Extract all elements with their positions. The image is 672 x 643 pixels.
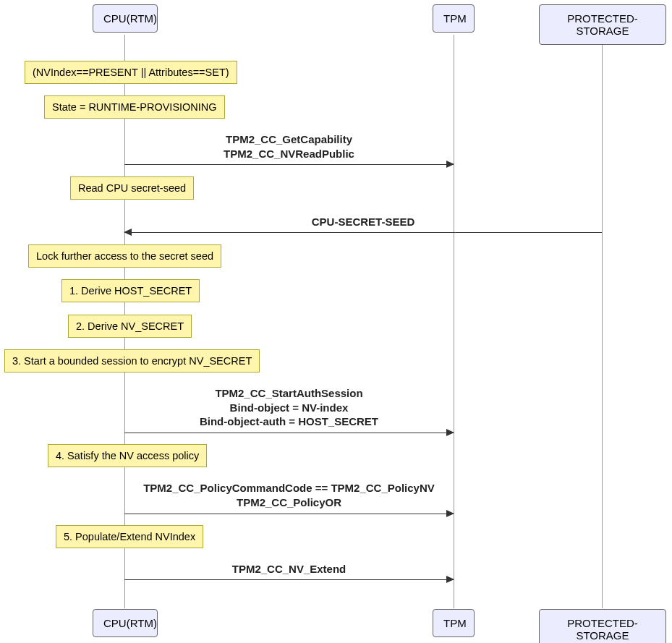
note-nvindex-check: (NVIndex==PRESENT || Attributes==SET) <box>25 61 237 84</box>
message-nv-extend: TPM2_CC_NV_Extend <box>124 562 454 576</box>
note-start-session: 3. Start a bounded session to encrypt NV… <box>4 349 260 372</box>
note-derive-nv: 2. Derive NV_SECRET <box>68 315 192 338</box>
arrow-cpu-to-tpm-3 <box>124 514 454 514</box>
message-secret-seed: CPU-SECRET-SEED <box>124 215 602 229</box>
message-get-capability: TPM2_CC_GetCapability TPM2_CC_NVReadPubl… <box>124 132 454 161</box>
arrow-cpu-to-tpm-2 <box>124 433 454 433</box>
note-satisfy-policy: 4. Satisfy the NV access policy <box>48 444 207 467</box>
message-start-auth: TPM2_CC_StartAuthSession Bind-object = N… <box>124 386 454 429</box>
participant-tpm-bottom: TPM <box>433 609 475 637</box>
note-derive-host: 1. Derive HOST_SECRET <box>61 279 200 302</box>
note-populate: 5. Populate/Extend NVIndex <box>56 525 203 548</box>
arrow-cpu-to-tpm-4 <box>124 579 454 580</box>
lifeline-storage <box>602 35 603 608</box>
message-policy: TPM2_CC_PolicyCommandCode == TPM2_CC_Pol… <box>124 481 454 509</box>
participant-storage-bottom: PROTECTED-STORAGE <box>539 609 666 643</box>
participant-cpu-top: CPU(RTM) <box>93 4 158 33</box>
note-state: State = RUNTIME-PROVISIONING <box>44 95 225 119</box>
arrow-storage-to-cpu <box>124 232 602 233</box>
note-lock-seed: Lock further access to the secret seed <box>28 244 221 268</box>
lifeline-tpm <box>454 35 454 608</box>
note-read-seed: Read CPU secret-seed <box>70 176 194 200</box>
participant-storage-top: PROTECTED-STORAGE <box>539 4 666 45</box>
participant-cpu-bottom: CPU(RTM) <box>93 609 158 637</box>
arrow-cpu-to-tpm-1 <box>124 164 454 165</box>
participant-tpm-top: TPM <box>433 4 475 33</box>
